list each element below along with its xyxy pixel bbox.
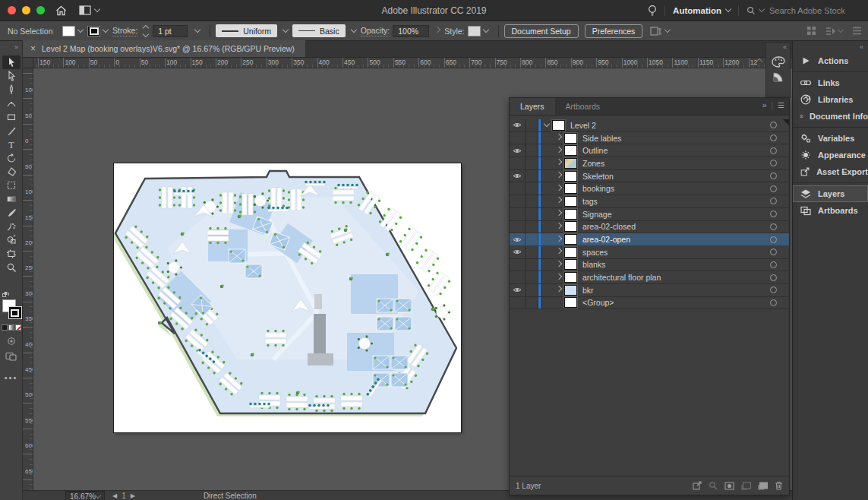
- layer-row[interactable]: area-02-open: [510, 233, 789, 246]
- dock-item-actions[interactable]: Actions: [793, 52, 868, 69]
- horizontal-ruler[interactable]: 1501005005010015020025030035040045050055…: [33, 58, 792, 68]
- make-clipping-mask-icon[interactable]: [724, 482, 734, 490]
- lock-toggle[interactable]: [526, 221, 538, 233]
- zoom-level-field[interactable]: 16.67%: [65, 491, 105, 500]
- layer-target-circle[interactable]: [770, 248, 777, 255]
- layer-row[interactable]: bkr: [510, 284, 789, 297]
- layer-name[interactable]: architectural floor plan: [582, 273, 661, 282]
- paintbrush-tool[interactable]: [2, 124, 21, 138]
- type-tool[interactable]: T: [2, 138, 21, 151]
- lock-toggle[interactable]: [526, 208, 538, 220]
- layer-row[interactable]: Outline: [510, 144, 789, 157]
- layer-target-circle[interactable]: [770, 236, 777, 243]
- color-button[interactable]: [2, 324, 8, 331]
- preferences-button[interactable]: Preferences: [585, 24, 643, 38]
- panel-collapse-icon[interactable]: »: [762, 101, 767, 109]
- layer-target-circle[interactable]: [770, 299, 777, 306]
- stroke-color-control[interactable]: [87, 26, 108, 36]
- visibility-toggle[interactable]: [510, 284, 526, 296]
- layer-target-circle[interactable]: [770, 160, 777, 166]
- expand-chevron[interactable]: [553, 277, 564, 279]
- lock-toggle[interactable]: [526, 271, 538, 283]
- artboard[interactable]: [114, 163, 461, 432]
- search-adobe-stock-input[interactable]: Search Adobe Stock: [746, 6, 860, 15]
- visibility-toggle[interactable]: [510, 195, 526, 207]
- collect-for-export-icon[interactable]: [693, 481, 702, 490]
- layer-target-circle[interactable]: [770, 172, 777, 179]
- minimize-window-button[interactable]: [22, 6, 30, 14]
- expand-chevron[interactable]: [553, 175, 564, 177]
- fill-color-control[interactable]: [62, 26, 83, 36]
- eraser-tool[interactable]: [2, 165, 21, 179]
- layer-row[interactable]: spaces: [510, 246, 789, 259]
- layer-thumbnail[interactable]: [564, 196, 577, 207]
- visibility-toggle[interactable]: [510, 157, 526, 169]
- layer-thumbnail[interactable]: [564, 285, 577, 296]
- visibility-toggle[interactable]: [510, 233, 526, 245]
- layer-thumbnail[interactable]: [564, 272, 577, 283]
- layer-target-circle[interactable]: [770, 122, 777, 128]
- delete-layer-icon[interactable]: [775, 481, 783, 490]
- eyedropper-tool[interactable]: [2, 206, 21, 220]
- layer-row[interactable]: Skeleton: [510, 170, 789, 183]
- zoom-tool[interactable]: [2, 261, 21, 274]
- visibility-toggle[interactable]: [510, 182, 526, 195]
- layer-thumbnail[interactable]: [564, 247, 577, 258]
- layer-name[interactable]: Outline: [582, 146, 608, 155]
- style-swatch[interactable]: [468, 26, 481, 36]
- visibility-toggle[interactable]: [510, 221, 526, 233]
- lock-toggle[interactable]: [526, 182, 538, 195]
- layer-row[interactable]: area-02-closed: [510, 221, 789, 234]
- brush-definition-button[interactable]: Basic: [292, 24, 346, 37]
- opacity-field[interactable]: 100%: [393, 25, 429, 37]
- layer-target-circle[interactable]: [770, 147, 777, 154]
- layer-row[interactable]: tags: [510, 195, 789, 208]
- layer-target-circle[interactable]: [770, 223, 777, 230]
- swap-fill-stroke-icon[interactable]: [2, 291, 10, 298]
- layer-thumbnail[interactable]: [564, 171, 577, 182]
- fill-swatch[interactable]: [62, 26, 75, 36]
- layer-name[interactable]: Signage: [582, 210, 612, 219]
- layer-row[interactable]: <Group>: [510, 297, 789, 310]
- screen-mode-button[interactable]: [5, 352, 17, 361]
- lock-toggle[interactable]: [526, 284, 538, 296]
- lock-toggle[interactable]: [526, 195, 538, 207]
- grid-view-icon[interactable]: [806, 26, 816, 36]
- stroke-weight-stepper[interactable]: [144, 26, 148, 36]
- opacity-panel-link[interactable]: Opacity:: [361, 26, 390, 36]
- layer-name[interactable]: tags: [582, 197, 598, 206]
- lock-toggle[interactable]: [526, 170, 538, 182]
- layer-row[interactable]: architectural floor plan: [510, 271, 789, 284]
- layer-name[interactable]: Zones: [582, 159, 604, 168]
- expand-chevron[interactable]: [553, 137, 564, 139]
- document-arrange-menu[interactable]: [79, 5, 99, 15]
- artboard-tool[interactable]: [2, 247, 21, 261]
- tab-layers[interactable]: Layers: [510, 98, 555, 115]
- locate-object-icon[interactable]: [709, 481, 718, 490]
- expand-chevron[interactable]: [553, 188, 564, 190]
- panel-arrange-menu[interactable]: [825, 27, 843, 36]
- expand-chevron[interactable]: [553, 200, 564, 202]
- fill-stroke-indicator[interactable]: [2, 299, 21, 319]
- lock-toggle[interactable]: [526, 297, 538, 309]
- home-icon[interactable]: [55, 5, 67, 16]
- symbol-sprayer-tool[interactable]: [2, 220, 21, 233]
- tab-artboards[interactable]: Artboards: [555, 98, 611, 115]
- expand-chevron[interactable]: [553, 264, 564, 266]
- pen-tool[interactable]: [2, 83, 21, 97]
- expand-chevron[interactable]: [553, 289, 564, 291]
- new-layer-icon[interactable]: [758, 482, 768, 490]
- selection-tool[interactable]: [2, 55, 21, 69]
- layer-thumbnail[interactable]: [564, 133, 577, 144]
- lock-toggle[interactable]: [526, 132, 538, 144]
- panel-menu-icon[interactable]: ☰: [778, 101, 784, 109]
- layer-row[interactable]: blanks: [510, 259, 789, 272]
- lock-toggle[interactable]: [526, 119, 538, 131]
- expand-chevron[interactable]: [553, 150, 564, 152]
- zoom-window-button[interactable]: [36, 6, 45, 14]
- layer-thumbnail[interactable]: [564, 183, 577, 194]
- layer-row[interactable]: Zones: [510, 157, 789, 170]
- collapse-panels-icon[interactable]: «: [783, 43, 790, 52]
- visibility-toggle[interactable]: [510, 208, 526, 220]
- none-button[interactable]: [15, 324, 21, 331]
